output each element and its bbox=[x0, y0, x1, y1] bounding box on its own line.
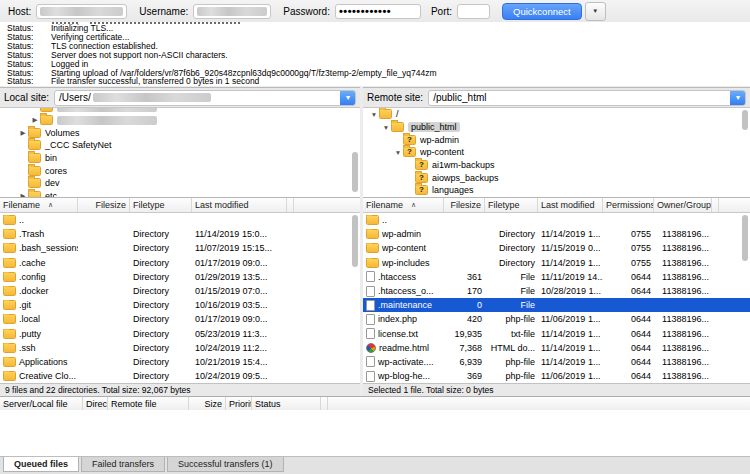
file-row[interactable]: index.php420php-file11/06/2019 1...06441… bbox=[363, 312, 750, 326]
tab-failed-transfers[interactable]: Failed transfers bbox=[81, 457, 165, 472]
remote-list-scrollbar[interactable] bbox=[742, 215, 748, 261]
file-row[interactable]: .htaccess_o...170File10/28/2019 1...0644… bbox=[363, 284, 750, 298]
file-row[interactable]: wp-adminDirectory11/14/2019 1...07551138… bbox=[363, 227, 750, 241]
password-input[interactable]: •••••••••••• bbox=[335, 4, 421, 19]
folder-icon bbox=[366, 258, 379, 268]
port-input[interactable] bbox=[457, 4, 490, 19]
file-row[interactable]: .cacheDirectory01/17/2019 09:0... bbox=[0, 256, 360, 270]
tree-item-languages[interactable]: languages bbox=[363, 184, 750, 197]
remote-pane: Remote site: /public_html ▾ ▼/▼public_ht… bbox=[363, 87, 750, 396]
column-header-filesize[interactable]: Filesize bbox=[78, 198, 130, 212]
file-mod-cell: 01/17/2019 09:0... bbox=[192, 314, 287, 324]
file-row[interactable]: .. bbox=[0, 213, 360, 227]
tree-item-label: languages bbox=[432, 185, 474, 195]
column-header-filesize[interactable]: Filesize bbox=[444, 198, 485, 212]
local-site-combo-arrow[interactable]: ▾ bbox=[340, 90, 356, 106]
column-header-filetype[interactable]: Filetype bbox=[130, 198, 192, 212]
remote-tree-scrollbar[interactable] bbox=[742, 110, 748, 130]
file-name-cell: .bash_sessions bbox=[0, 243, 78, 253]
column-header-filename[interactable]: Filename∧ bbox=[0, 198, 78, 212]
column-header-size[interactable]: Size bbox=[189, 397, 226, 410]
column-header-priority[interactable]: Priority bbox=[226, 397, 252, 410]
file-row[interactable]: Creative Clo...Directory10/24/2019 09:5.… bbox=[0, 369, 360, 383]
column-header-server-local-file[interactable]: Server/Local file bbox=[0, 397, 83, 410]
tree-item-cores[interactable]: cores bbox=[0, 164, 360, 177]
chevron-expanded-icon[interactable]: ▼ bbox=[369, 111, 379, 118]
column-header-owner-group[interactable]: Owner/Group bbox=[654, 198, 712, 212]
log-line: Status:File transfer successful, transfe… bbox=[0, 77, 750, 86]
chevron-collapsed-icon[interactable]: ▶ bbox=[30, 116, 40, 124]
folder-icon bbox=[28, 128, 41, 138]
chevron-expanded-icon[interactable]: ▼ bbox=[393, 149, 403, 156]
remote-site-combo[interactable]: /public_html ▾ bbox=[428, 90, 746, 106]
file-name: .docker bbox=[19, 286, 49, 296]
file-row[interactable]: wp-contentDirectory11/15/2019 0...075511… bbox=[363, 241, 750, 255]
host-input[interactable] bbox=[36, 4, 127, 19]
file-row[interactable]: .TrashDirectory11/14/2019 15:0... bbox=[0, 227, 360, 241]
tree-item--[interactable]: ▼/ bbox=[363, 108, 750, 121]
file-mod-cell: 10/16/2019 03:5... bbox=[192, 300, 287, 310]
column-header-filler bbox=[287, 198, 294, 212]
file-mod-cell: 11/06/2019 1... bbox=[538, 371, 603, 381]
file-row[interactable]: .dockerDirectory01/15/2019 07:0... bbox=[0, 284, 360, 298]
column-header-status[interactable]: Status bbox=[252, 397, 321, 410]
file-row[interactable]: wp-includesDirectory11/14/2019 1...07551… bbox=[363, 256, 750, 270]
file-row[interactable]: wp-blog-he...369php-file11/06/2019 1...0… bbox=[363, 369, 750, 383]
local-list-scrollbar[interactable] bbox=[352, 215, 358, 267]
file-row[interactable]: .bash_sessionsDirectory11/07/2019 15:15.… bbox=[0, 241, 360, 255]
column-header-permissions[interactable]: Permissions bbox=[603, 198, 654, 212]
file-row[interactable]: wp-activate....6,939php-file11/14/2019 1… bbox=[363, 355, 750, 369]
tab-successful-transfers-1-[interactable]: Successful transfers (1) bbox=[167, 457, 284, 472]
tree-item-bin[interactable]: bin bbox=[0, 152, 360, 165]
tree-item-aiowps-backups[interactable]: aiowps_backups bbox=[363, 171, 750, 184]
tree-item-public-html[interactable]: ▼public_html bbox=[363, 121, 750, 134]
tree-item-wp-admin[interactable]: wp-admin bbox=[363, 133, 750, 146]
quickconnect-button[interactable]: Quickconnect bbox=[502, 3, 582, 20]
folder-icon bbox=[3, 357, 16, 367]
file-type-cell: Directory bbox=[130, 300, 192, 310]
file-row[interactable]: readme.html7,368HTML do...11/14/2019 1..… bbox=[363, 341, 750, 355]
tree-item--ccc-safetynet[interactable]: _CCC SafetyNet bbox=[0, 139, 360, 152]
file-type-cell: Directory bbox=[130, 343, 192, 353]
local-site-combo[interactable]: /Users/ ▾ bbox=[54, 90, 356, 106]
tree-item[interactable]: ▶ bbox=[0, 114, 360, 127]
file-name: wp-blog-he... bbox=[378, 371, 430, 381]
column-header-last-modified[interactable]: Last modified bbox=[192, 198, 287, 212]
file-row[interactable]: .puttyDirectory05/23/2019 11:3... bbox=[0, 327, 360, 341]
queue-list[interactable] bbox=[0, 410, 750, 456]
file-row[interactable]: ApplicationsDirectory10/21/2019 15:4... bbox=[0, 355, 360, 369]
column-header-direction[interactable]: Direction bbox=[83, 397, 108, 410]
username-input[interactable] bbox=[193, 4, 271, 19]
local-list-header: Filename∧FilesizeFiletypeLast modified bbox=[0, 198, 360, 213]
file-row[interactable]: .htaccess361File11/11/2019 14...06441138… bbox=[363, 270, 750, 284]
column-header-filetype[interactable]: Filetype bbox=[485, 198, 538, 212]
tree-item-volumes[interactable]: ▶Volumes bbox=[0, 126, 360, 139]
file-row[interactable]: .configDirectory01/29/2019 13:5... bbox=[0, 270, 360, 284]
file-row[interactable]: .localDirectory01/17/2019 09:0... bbox=[0, 312, 360, 326]
column-header-last-modified[interactable]: Last modified bbox=[538, 198, 603, 212]
column-header-remote-file[interactable]: Remote file bbox=[108, 397, 189, 410]
folder-icon bbox=[3, 314, 16, 324]
tree-item-dev[interactable]: dev bbox=[0, 177, 360, 190]
file-row[interactable]: .gitDirectory10/16/2019 03:5... bbox=[0, 298, 360, 312]
file-name-cell: .local bbox=[0, 314, 78, 324]
file-name-cell: wp-content bbox=[363, 243, 444, 253]
column-header-filename[interactable]: Filename∧ bbox=[363, 198, 444, 212]
file-mod-cell: 11/15/2019 0... bbox=[538, 243, 603, 253]
folder-icon bbox=[366, 229, 379, 239]
file-row[interactable]: .maintenance0File bbox=[363, 298, 750, 312]
remote-site-combo-arrow[interactable]: ▾ bbox=[730, 90, 746, 106]
tab-queued-files[interactable]: Queued files bbox=[3, 457, 79, 472]
folder-icon bbox=[3, 243, 16, 253]
file-row[interactable]: license.txt19,935txt-file11/14/2019 1...… bbox=[363, 327, 750, 341]
file-type-cell: Directory bbox=[130, 243, 192, 253]
file-row[interactable]: .sshDirectory10/24/2019 11:2... bbox=[0, 341, 360, 355]
chevron-expanded-icon[interactable]: ▼ bbox=[381, 124, 391, 131]
chevron-collapsed-icon[interactable]: ▶ bbox=[18, 129, 28, 137]
quickconnect-dropdown-button[interactable]: ▼ bbox=[585, 2, 606, 21]
local-tree-scrollbar[interactable] bbox=[352, 152, 358, 192]
tree-item-etc[interactable]: ▶etc bbox=[0, 190, 360, 198]
file-row[interactable]: .. bbox=[363, 213, 750, 227]
tree-item-ai1wm-backups[interactable]: ai1wm-backups bbox=[363, 159, 750, 172]
tree-item-wp-content[interactable]: ▼wp-content bbox=[363, 146, 750, 159]
